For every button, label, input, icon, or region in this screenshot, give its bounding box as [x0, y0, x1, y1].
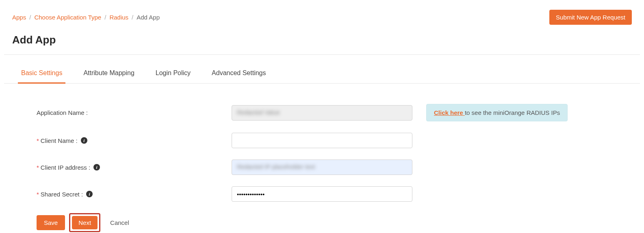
- application-name-value: Redacted Value: [237, 109, 280, 116]
- required-marker: *: [37, 164, 39, 171]
- save-button[interactable]: Save: [37, 215, 65, 230]
- submit-new-app-request-button[interactable]: Submit New App Request: [549, 10, 632, 25]
- info-icon[interactable]: i: [81, 137, 87, 144]
- button-row: Save Next Cancel: [37, 213, 632, 232]
- tab-basic-settings[interactable]: Basic Settings: [18, 64, 65, 84]
- shared-secret-input[interactable]: [232, 186, 412, 202]
- breadcrumb-separator: /: [104, 14, 106, 21]
- required-marker: *: [37, 137, 39, 144]
- tab-login-policy[interactable]: Login Policy: [152, 64, 194, 84]
- breadcrumb-choose-type[interactable]: Choose Application Type: [34, 14, 101, 21]
- breadcrumb-separator: /: [29, 14, 31, 21]
- breadcrumb-apps[interactable]: Apps: [12, 14, 26, 21]
- required-marker: *: [37, 191, 39, 198]
- breadcrumb-current: Add App: [137, 14, 160, 21]
- application-name-field: Redacted Value: [232, 105, 412, 121]
- tab-advanced-settings[interactable]: Advanced Settings: [208, 64, 269, 84]
- radius-ips-info-box: Click here to see the miniOrange RADIUS …: [426, 104, 568, 121]
- page-title: Add App: [0, 29, 644, 54]
- client-ip-input[interactable]: Redacted IP placeholder text: [232, 160, 412, 175]
- next-button-highlight: Next: [69, 213, 100, 232]
- form-area: Application Name : Redacted Value Click …: [0, 84, 644, 233]
- next-button[interactable]: Next: [72, 216, 98, 229]
- client-ip-value: Redacted IP placeholder text: [237, 163, 315, 170]
- tabs: Basic Settings Attribute Mapping Login P…: [4, 64, 640, 84]
- application-name-label: Application Name :: [37, 109, 232, 116]
- cancel-button[interactable]: Cancel: [104, 215, 135, 230]
- shared-secret-label: *Shared Secret : i: [37, 191, 232, 198]
- info-icon[interactable]: i: [93, 164, 100, 170]
- divider: [4, 54, 640, 55]
- breadcrumb-radius[interactable]: Radius: [109, 14, 128, 21]
- click-here-link[interactable]: Click here: [434, 109, 465, 116]
- info-box-text: to see the miniOrange RADIUS IPs: [465, 109, 560, 116]
- tab-attribute-mapping[interactable]: Attribute Mapping: [80, 64, 137, 84]
- info-icon[interactable]: i: [86, 191, 93, 197]
- client-ip-label: *Client IP address : i: [37, 164, 232, 171]
- breadcrumb-separator: /: [132, 14, 133, 21]
- breadcrumb: Apps / Choose Application Type / Radius …: [12, 14, 160, 21]
- client-name-input[interactable]: [232, 133, 412, 148]
- client-name-label: *Client Name : i: [37, 137, 232, 144]
